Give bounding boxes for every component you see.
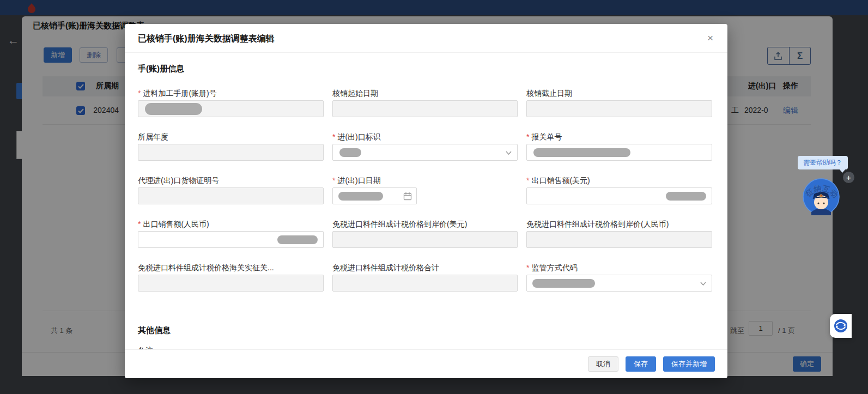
save-button[interactable]: 保存 — [626, 356, 656, 372]
help-bubble[interactable]: 需要帮助吗？ — [798, 156, 848, 169]
dialog-header: 已核销手(账)册海关数据调整表编辑 × — [125, 24, 727, 53]
field-manual-number: *进料加工手册(账册)号 — [138, 88, 324, 117]
supervision-mode-select[interactable] — [526, 275, 712, 292]
declaration-number-input[interactable] — [526, 144, 712, 161]
save-and-new-button[interactable]: 保存并新增 — [663, 356, 715, 372]
manual-number-input — [138, 100, 324, 117]
field-export-sales-cny: *出口销售额(人民币) — [138, 219, 324, 248]
year-input — [138, 144, 324, 161]
chevron-down-icon — [506, 151, 512, 155]
dialog-footer: 取消 保存 保存并新增 — [125, 349, 727, 378]
field-duty-free-customs-levy: 免税进口料件组成计税价格海关实征关... — [138, 262, 324, 292]
chevron-down-icon — [700, 282, 706, 286]
export-sales-usd-input[interactable] — [526, 187, 712, 204]
duty-free-customs-levy-input — [138, 275, 324, 292]
field-writeoff-start-date: 核销起始日期 — [332, 88, 518, 117]
field-export-sales-usd: *出口销售额(美元) — [526, 175, 712, 204]
interaction-logo-icon — [833, 318, 848, 334]
field-io-flag: *进(出)口标识 — [332, 131, 518, 161]
assistant-avatar[interactable]: 征纳互动 — [803, 178, 840, 215]
plus-icon[interactable]: + — [843, 172, 854, 183]
redacted-value — [338, 192, 383, 201]
writeoff-start-date-input — [332, 100, 518, 117]
redacted-value — [532, 279, 595, 288]
help-bubble-tail — [839, 169, 846, 173]
edit-dialog: 已核销手(账)册海关数据调整表编辑 × 手(账)册信息 *进料加工手册(账册)号… — [125, 24, 727, 378]
field-year: 所属年度 — [138, 131, 324, 161]
field-duty-free-total: 免税进口料件组成计税价格合计 — [332, 262, 518, 292]
field-supervision-mode-code: *监管方式代码 — [526, 262, 712, 292]
agent-cert-number-input — [138, 187, 324, 204]
dialog-body: 手(账)册信息 *进料加工手册(账册)号 核销起始日期 核销截止日期 所属年度 — [125, 53, 727, 349]
field-agent-cert-number: 代理进(出)口货物证明号 — [138, 175, 324, 204]
required-marker: * — [138, 89, 141, 98]
field-duty-free-cif-cny: 免税进口料件组成计税价格到岸价(人民币) — [526, 219, 712, 248]
redacted-value — [533, 148, 630, 157]
field-io-date: *进(出)口日期 — [332, 175, 417, 204]
redacted-value — [339, 148, 361, 157]
io-date-picker[interactable] — [332, 187, 417, 204]
screen: ← 已核销手(账)册海关数据调整表 新增 删除 Σ 所属期 进(出)口日 操作 — [0, 0, 868, 394]
section-book-info: 手(账)册信息 — [138, 64, 184, 74]
redacted-value — [145, 103, 202, 115]
duty-free-cif-cny-input — [526, 231, 712, 248]
export-sales-cny-input[interactable] — [138, 231, 324, 248]
writeoff-end-date-input — [526, 100, 712, 117]
cancel-button[interactable]: 取消 — [588, 356, 618, 372]
redacted-value — [666, 192, 706, 201]
io-flag-select[interactable] — [332, 144, 518, 161]
section-other-info: 其他信息 — [138, 325, 171, 336]
interaction-chat-button[interactable] — [830, 314, 852, 338]
duty-free-total-input — [332, 275, 518, 292]
field-duty-free-cif-usd: 免税进口料件组成计税价格到岸价(美元) — [332, 219, 518, 248]
field-declaration-number: *报关单号 — [526, 131, 712, 161]
duty-free-cif-usd-input — [332, 231, 518, 248]
redacted-value — [277, 235, 318, 244]
calendar-icon — [403, 192, 412, 201]
field-writeoff-end-date: 核销截止日期 — [526, 88, 712, 117]
dialog-title: 已核销手(账)册海关数据调整表编辑 — [138, 33, 275, 45]
close-icon[interactable]: × — [707, 33, 713, 43]
